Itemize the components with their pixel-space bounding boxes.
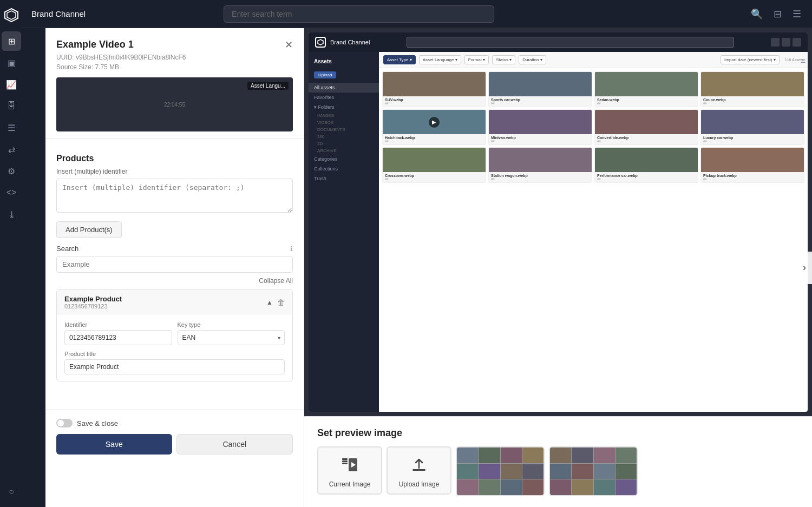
source-size-label: Source Size: bbox=[56, 63, 93, 71]
table-icon[interactable]: ☰ bbox=[2, 118, 21, 137]
nested-sidebar-360[interactable]: 360 bbox=[309, 133, 379, 140]
settings-icon[interactable]: ⚙ bbox=[2, 161, 21, 181]
nested-sidebar-trash[interactable]: Trash bbox=[309, 174, 379, 183]
nested-sidebar-videos[interactable]: VIDEOS bbox=[309, 119, 379, 126]
nested-search-bar[interactable] bbox=[407, 37, 734, 48]
nested-sidebar-documents[interactable]: DOCUMENTS bbox=[309, 126, 379, 133]
thumb-cell bbox=[501, 479, 522, 495]
nested-sidebar-categories[interactable]: Categories bbox=[309, 154, 379, 164]
layers-icon[interactable]: ⊞ bbox=[2, 31, 21, 51]
key-type-select-wrap: EAN UPC GTIN ISBN bbox=[178, 330, 285, 345]
add-products-button[interactable]: Add Product(s) bbox=[56, 221, 122, 238]
nested-main: Asset Type ▾ Asset Language ▾ Format ▾ S… bbox=[379, 52, 808, 412]
identifier-input[interactable] bbox=[56, 179, 293, 213]
nested-format-filter[interactable]: Format ▾ bbox=[464, 55, 489, 64]
current-image-card[interactable]: Current Image bbox=[317, 446, 382, 495]
download-icon[interactable]: ⤓ bbox=[2, 205, 21, 224]
key-type-field-label: Key type bbox=[178, 321, 285, 328]
nested-upload-btn[interactable]: Upload bbox=[314, 71, 336, 78]
nested-list-icon[interactable] bbox=[782, 38, 790, 47]
upload-image-card[interactable]: Upload Image bbox=[387, 446, 451, 495]
nested-asset-type-filter[interactable]: Asset Type ▾ bbox=[383, 55, 416, 64]
upload-image-label: Upload Image bbox=[399, 480, 440, 488]
product-title-field: Product title bbox=[64, 351, 285, 374]
nested-sidebar-folders[interactable]: ▾ Folders bbox=[309, 102, 379, 112]
nested-asset-card[interactable]: Minivan.webp ## bbox=[488, 109, 592, 145]
thumb-cell bbox=[594, 479, 615, 495]
nested-asset-card[interactable]: Convertible.webp ## bbox=[594, 109, 698, 145]
product-title-input[interactable] bbox=[64, 359, 285, 374]
nested-asset-card[interactable]: Station wagon.webp ## bbox=[488, 147, 592, 183]
nested-asset-card[interactable]: ▶ Hatchback.webp ## bbox=[382, 109, 486, 145]
nested-sidebar-all-assets[interactable]: All assets bbox=[309, 83, 379, 93]
left-sidebar: ⊞ ▣ 📈 🗄 ☰ ⇄ ⚙ <> ⤓ ○ bbox=[0, 0, 23, 507]
thumb-cell bbox=[615, 464, 637, 479]
svg-rect-3 bbox=[342, 458, 348, 460]
pages-icon[interactable]: ▣ bbox=[2, 53, 21, 73]
archive-icon[interactable]: 🗄 bbox=[2, 96, 21, 116]
nav-icons: 🔍 ⊟ ☰ bbox=[749, 6, 803, 22]
product-fields-grid: Identifier Key type EAN UPC GTIN ISBN bbox=[64, 321, 285, 345]
cancel-button[interactable]: Cancel bbox=[176, 434, 293, 455]
nested-menu-icon[interactable] bbox=[793, 38, 801, 47]
delete-product-icon[interactable]: 🗑 bbox=[277, 298, 285, 307]
options-menu-icon-2[interactable]: ≡ bbox=[801, 56, 806, 66]
collapse-all-button[interactable]: Collapse All bbox=[45, 277, 304, 285]
search-info-icon[interactable]: ℹ bbox=[290, 245, 293, 253]
panel-footer: Save & close Save Cancel bbox=[45, 410, 304, 463]
preview-section: Set preview image bbox=[304, 416, 812, 507]
app-logo[interactable] bbox=[2, 5, 21, 25]
user-icon[interactable]: ○ bbox=[2, 482, 21, 502]
svg-marker-2 bbox=[318, 39, 323, 45]
nested-sidebar-3d[interactable]: 3D bbox=[309, 140, 379, 147]
upload-icon bbox=[410, 456, 428, 477]
code-icon[interactable]: <> bbox=[2, 183, 21, 202]
identifier-field-input[interactable] bbox=[64, 330, 172, 345]
analytics-icon[interactable]: 📈 bbox=[2, 75, 21, 94]
nested-sort-filter[interactable]: Import date (newest first) ▾ bbox=[721, 55, 780, 64]
product-card: Example Product 0123456789123 ▲ 🗑 Identi… bbox=[56, 289, 293, 381]
nested-sidebar-images[interactable]: IMAGES bbox=[309, 112, 379, 119]
main-area: Example Video 1 UUID: v9BbsHESjfm0i4lK9B… bbox=[45, 28, 812, 507]
connect-icon[interactable]: ⇄ bbox=[2, 140, 21, 159]
thumb-cell bbox=[594, 447, 615, 463]
search-bar bbox=[224, 5, 494, 23]
nested-asset-card[interactable]: Sedan.webp ## bbox=[594, 71, 698, 107]
nested-asset-card[interactable]: Pickup truck.webp ## bbox=[700, 147, 804, 183]
nested-asset-card[interactable]: SUV.webp ## bbox=[382, 71, 486, 107]
nested-asset-language-filter[interactable]: Asset Language ▾ bbox=[419, 55, 461, 64]
nested-asset-card[interactable]: Crossover.webp ## bbox=[382, 147, 486, 183]
thumb-cell bbox=[550, 479, 571, 495]
product-search-wrap bbox=[56, 256, 293, 273]
svg-rect-8 bbox=[412, 469, 425, 471]
thumb-cell bbox=[572, 464, 593, 479]
close-button[interactable]: ✕ bbox=[283, 37, 295, 53]
filter-nav-icon[interactable]: ⊟ bbox=[771, 6, 784, 22]
nested-sidebar-favorites[interactable]: Favorites bbox=[309, 93, 379, 102]
expand-arrow-button[interactable]: › bbox=[797, 252, 812, 284]
search-nav-icon[interactable]: 🔍 bbox=[749, 6, 765, 22]
save-close-toggle[interactable] bbox=[56, 419, 73, 427]
nested-grid-icon[interactable] bbox=[771, 38, 780, 47]
nested-asset-card[interactable]: Sports car.webp ## bbox=[488, 71, 592, 107]
nested-asset-card[interactable]: Luxury car.webp ## bbox=[700, 109, 804, 145]
nested-inner: Assets Upload All assets Favorites ▾ Fol… bbox=[309, 52, 808, 412]
search-input[interactable] bbox=[224, 5, 494, 23]
button-row: Save Cancel bbox=[56, 434, 293, 455]
nested-sidebar-collections[interactable]: Collections bbox=[309, 164, 379, 174]
save-button[interactable]: Save bbox=[56, 434, 172, 455]
nested-sidebar-archive[interactable]: ARCHIVE bbox=[309, 147, 379, 154]
uuid-value: v9BbsHESjfm0i4lK9B0lPENbia8lNcF6 bbox=[76, 54, 186, 61]
product-search-input[interactable] bbox=[56, 256, 293, 273]
nested-duration-filter[interactable]: Duration ▾ bbox=[519, 55, 546, 64]
menu-nav-icon[interactable]: ☰ bbox=[790, 6, 803, 22]
nested-asset-card[interactable]: Coupe.webp ## bbox=[700, 71, 804, 107]
preview-thumb-grid-2 bbox=[550, 447, 637, 495]
nested-asset-card[interactable]: Performance car.webp ## bbox=[594, 147, 698, 183]
collapse-chevron[interactable]: ▲ bbox=[266, 299, 273, 306]
preview-thumb-card-2[interactable] bbox=[549, 446, 638, 496]
nested-status-filter[interactable]: Status ▾ bbox=[492, 55, 515, 64]
preview-thumb-card-1[interactable] bbox=[456, 446, 545, 496]
key-type-select[interactable]: EAN UPC GTIN ISBN bbox=[178, 330, 285, 345]
uuid-label: UUID: bbox=[56, 54, 74, 61]
